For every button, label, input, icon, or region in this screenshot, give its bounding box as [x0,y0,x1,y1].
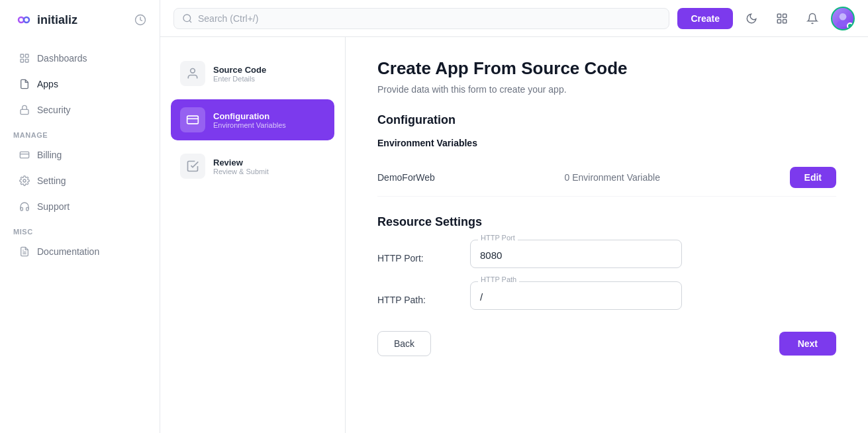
http-path-input-group: HTTP Path [470,281,682,310]
http-port-field-label: HTTP Port [478,234,518,242]
sidebar-item-label: Setting [37,175,66,186]
back-button[interactable]: Back [377,331,431,356]
config-icon [186,113,199,126]
setting-icon [19,175,30,187]
billing-icon [19,149,30,161]
svg-rect-13 [777,14,781,17]
review-icon [186,160,199,173]
doc-icon [19,246,30,258]
svg-rect-20 [187,116,199,124]
svg-rect-15 [777,19,781,23]
step-title: Source Code [213,65,266,75]
brand-icon [13,11,32,29]
step-info: Source Code Enter Details [213,65,266,83]
sidebar-item-label: Billing [37,150,62,160]
form-footer: Back Next [377,331,836,356]
config-section-title: Configuration [377,113,836,127]
notifications-button[interactable] [800,7,824,30]
sidebar-item-support[interactable]: Support [5,194,154,219]
http-path-field-label: HTTP Path [478,275,519,283]
form-panel: Create App From Source Code Provide data… [346,37,868,433]
env-vars-label: Environment Variables [377,138,836,148]
svg-line-12 [189,21,191,23]
bell-icon [806,13,818,24]
step-review[interactable]: Review Review & Submit [171,146,334,187]
form-subtitle: Provide data with this form to create yo… [377,84,836,95]
http-port-input-group: HTTP Port [470,240,682,268]
step-subtitle: Enter Details [213,75,266,83]
svg-rect-3 [21,59,24,62]
http-path-input[interactable] [470,281,682,310]
sidebar-item-label: Documentation [37,246,99,257]
grid-icon [19,52,30,64]
svg-rect-2 [25,54,28,58]
http-path-label: HTTP Path: [377,281,444,305]
step-info: Review Review & Submit [213,158,269,175]
svg-point-17 [840,13,847,21]
edit-env-button[interactable]: Edit [790,167,836,188]
online-indicator [847,23,853,29]
step-configuration[interactable]: Configuration Environment Variables [171,99,334,140]
http-path-row: HTTP Path: HTTP Path [377,281,836,310]
search-icon [182,13,193,24]
sidebar-item-security[interactable]: Security [5,97,154,122]
app-name: DemoForWeb [377,172,435,183]
svg-rect-14 [783,14,787,17]
sidebar-item-billing[interactable]: Billing [5,142,154,168]
sidebar: initializ Dashboards [0,0,160,433]
search-placeholder: Search (Ctrl+/) [198,13,258,24]
svg-rect-5 [21,109,28,114]
step-subtitle: Environment Variables [213,121,286,129]
user-avatar[interactable] [831,7,855,30]
sidebar-item-documentation[interactable]: Documentation [5,239,154,264]
sidebar-item-setting[interactable]: Setting [5,168,154,193]
sidebar-navigation: Dashboards Apps Security MANAGE [0,40,160,433]
step-icon-wrap [180,61,205,86]
sidebar-item-apps[interactable]: Apps [5,72,154,97]
manage-section-label: MANAGE [0,123,160,142]
grid-menu-icon [776,13,788,24]
search-bar[interactable]: Search (Ctrl+/) [173,8,669,29]
http-port-label: HTTP Port: [377,240,444,264]
create-button[interactable]: Create [677,8,733,29]
svg-point-11 [183,15,191,22]
svg-rect-16 [783,19,787,23]
moon-icon [746,13,757,24]
step-info: Configuration Environment Variables [213,111,286,129]
sidebar-item-label: Security [37,105,71,115]
misc-section-label: MISC [0,220,160,238]
sidebar-item-label: Support [37,201,70,212]
steps-panel: Source Code Enter Details Configuration … [160,37,346,433]
http-port-input[interactable] [470,240,682,268]
brand-logo: initializ [0,0,160,40]
support-icon [19,201,30,213]
main-area: Search (Ctrl+/) Create [160,0,868,433]
step-title: Configuration [213,111,286,121]
svg-rect-1 [21,54,24,58]
security-icon [19,104,30,116]
grid-menu-button[interactable] [770,7,794,30]
env-count: 0 Environment Variable [435,172,790,183]
brand-name: initializ [37,13,77,27]
step-title: Review [213,158,269,168]
theme-toggle-button[interactable] [740,7,763,30]
sidebar-item-label: Apps [37,79,58,89]
resource-settings-section: Resource Settings HTTP Port: HTTP Port H… [377,215,836,310]
http-port-row: HTTP Port: HTTP Port [377,240,836,268]
topbar: Search (Ctrl+/) Create [160,0,868,37]
sidebar-item-dashboards[interactable]: Dashboards [5,46,154,71]
step-source-code[interactable]: Source Code Enter Details [171,53,334,94]
apps-icon [19,78,30,90]
svg-rect-6 [20,152,28,158]
step-subtitle: Review & Submit [213,168,269,175]
next-button[interactable]: Next [779,332,836,356]
env-variables-row: DemoForWeb 0 Environment Variable Edit [377,159,836,197]
user-icon [186,67,199,80]
topbar-actions: Create [677,7,855,30]
step-icon-wrap [180,154,205,179]
step-icon-wrap [180,107,205,132]
sidebar-item-label: Dashboards [37,53,87,64]
svg-point-19 [191,69,195,73]
history-icon[interactable] [134,14,146,26]
content-area: Source Code Enter Details Configuration … [160,37,868,433]
